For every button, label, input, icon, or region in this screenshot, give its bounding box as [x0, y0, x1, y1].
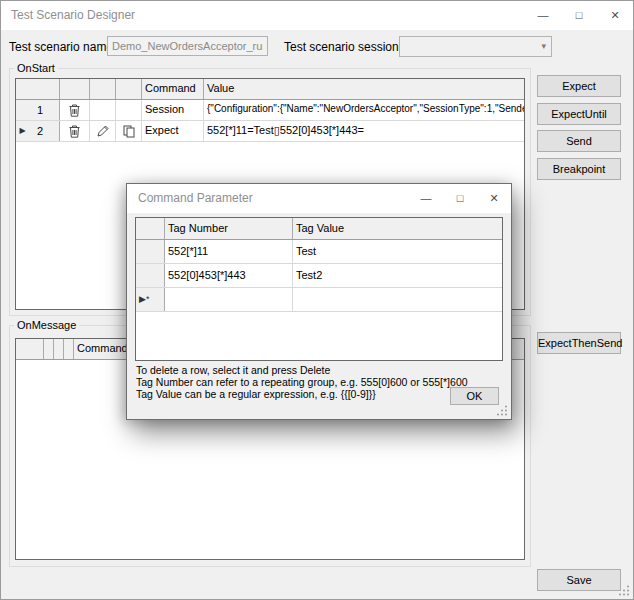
expect-until-button[interactable]: ExpectUntil — [537, 103, 621, 125]
maximize-button[interactable]: □ — [561, 1, 597, 30]
onstart-group-label: OnStart — [14, 62, 58, 74]
delete-row-button[interactable] — [60, 100, 90, 120]
command-cell[interactable]: Session — [142, 100, 204, 120]
app-window: Test Scenario Designer — □ ✕ Test scenar… — [0, 0, 634, 600]
delete-column-header — [44, 339, 54, 359]
dialog-title-bar[interactable]: Command Parameter — □ ✕ — [127, 184, 511, 213]
onmessage-group-label: OnMessage — [14, 319, 79, 331]
dialog-resize-grip[interactable] — [497, 405, 508, 416]
scenario-session-dropdown[interactable]: ▾ — [399, 36, 552, 57]
params-column-header — [64, 339, 74, 359]
row-header[interactable]: 1 — [16, 100, 60, 120]
trash-icon — [69, 104, 80, 117]
row-number: 1 — [29, 104, 59, 116]
expect-button[interactable]: Expect — [537, 75, 621, 97]
tag-parameters-grid: Tag Number Tag Value 552[*]11 Test 552[0… — [135, 217, 503, 361]
command-cell[interactable]: Expect — [142, 121, 204, 141]
edit-row-cell[interactable] — [90, 100, 116, 120]
value-column-header: Value — [204, 79, 524, 99]
new-row-indicator-icon: ▶* — [136, 295, 149, 304]
send-button[interactable]: Send — [537, 130, 621, 152]
command-parameter-dialog: Command Parameter — □ ✕ Tag Number Tag V… — [126, 183, 512, 420]
ok-button[interactable]: OK — [450, 387, 499, 405]
tag-number-column-header: Tag Number — [165, 218, 293, 239]
edit-column-header — [54, 339, 64, 359]
edit-column-header — [90, 79, 116, 99]
delete-row-button[interactable] — [60, 121, 90, 141]
onstart-grid-header: Command Value — [16, 79, 524, 100]
close-button[interactable]: ✕ — [597, 1, 633, 30]
scenario-session-label: Test scenario session: — [284, 40, 402, 54]
table-row: 1 Session {"Configuration":{"Name":"NewO… — [16, 100, 524, 121]
edit-row-button[interactable] — [90, 121, 116, 141]
value-cell[interactable]: 552[*]11=Test▯552[0]453[*]443= — [204, 121, 524, 141]
current-row-arrow-icon: ▶ — [16, 127, 29, 135]
chevron-down-icon: ▾ — [541, 41, 546, 51]
pencil-icon — [97, 125, 109, 137]
tag-value-cell[interactable] — [293, 288, 502, 311]
copy-icon — [123, 125, 135, 138]
params-column-header — [116, 79, 142, 99]
scenario-name-input[interactable] — [107, 36, 268, 56]
breakpoint-button[interactable]: Breakpoint — [537, 158, 621, 180]
trash-icon — [69, 125, 80, 138]
delete-column-header — [60, 79, 90, 99]
scenario-name-label: Test scenario name: — [9, 40, 116, 54]
row-number: 2 — [29, 125, 59, 137]
help-line-tag-value: Tag Value can be a regular expression, e… — [136, 388, 376, 400]
row-header[interactable]: ▶* — [136, 288, 165, 311]
corner-header-cell — [136, 218, 165, 239]
dialog-window-controls: — □ ✕ — [409, 184, 511, 213]
table-row: 552[*]11 Test — [136, 240, 502, 264]
params-row-cell[interactable] — [116, 100, 142, 120]
tag-value-cell[interactable]: Test — [293, 240, 502, 263]
value-cell[interactable]: {"Configuration":{"Name":"NewOrdersAccep… — [204, 100, 524, 120]
table-row-new: ▶* — [136, 288, 502, 312]
save-button[interactable]: Save — [537, 569, 621, 591]
help-line-delete: To delete a row, select it and press Del… — [136, 364, 330, 376]
window-resize-grip[interactable] — [619, 585, 630, 596]
help-line-tag-number: Tag Number can refer to a repeating grou… — [136, 376, 468, 388]
tag-number-cell[interactable]: 552[0]453[*]443 — [165, 264, 293, 287]
tag-value-column-header: Tag Value — [293, 218, 502, 239]
minimize-button[interactable]: — — [525, 1, 561, 30]
dialog-minimize-button[interactable]: — — [409, 184, 443, 213]
dialog-maximize-button[interactable]: □ — [443, 184, 477, 213]
parameters-row-button[interactable] — [116, 121, 142, 141]
window-controls: — □ ✕ — [525, 1, 633, 30]
corner-header-cell — [16, 339, 44, 359]
title-bar[interactable]: Test Scenario Designer — □ ✕ — [1, 1, 633, 30]
row-header[interactable]: ▶ 2 — [16, 121, 60, 141]
tag-number-cell[interactable]: 552[*]11 — [165, 240, 293, 263]
expect-then-send-button[interactable]: ExpectThenSend — [537, 332, 621, 354]
dialog-title: Command Parameter — [138, 184, 253, 213]
tag-grid-header: Tag Number Tag Value — [136, 218, 502, 240]
row-header[interactable] — [136, 240, 165, 263]
corner-header-cell — [16, 79, 60, 99]
table-row: 552[0]453[*]443 Test2 — [136, 264, 502, 288]
command-column-header: Command — [142, 79, 204, 99]
tag-number-cell[interactable] — [165, 288, 293, 311]
window-title: Test Scenario Designer — [11, 1, 135, 30]
dialog-close-button[interactable]: ✕ — [477, 184, 511, 213]
row-header[interactable] — [136, 264, 165, 287]
table-row: ▶ 2 — [16, 121, 524, 142]
tag-value-cell[interactable]: Test2 — [293, 264, 502, 287]
